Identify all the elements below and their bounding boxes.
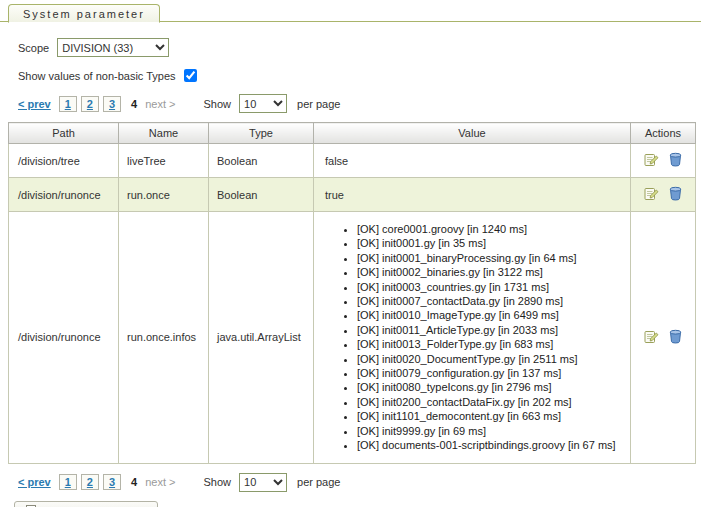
show-label: Show (204, 476, 232, 488)
page-button-1[interactable]: 1 (59, 96, 77, 112)
value-list-item: [OK] init0002_binaries.gy [in 3122 ms] (357, 265, 622, 279)
show-label: Show (204, 98, 232, 110)
per-page-label: per page (297, 476, 340, 488)
cell-type: Boolean (209, 144, 314, 178)
cell-actions (631, 144, 696, 178)
header-name: Name (119, 123, 209, 144)
table-row: /division/runonce run.once Boolean true (9, 178, 696, 212)
value-list-item: [OK] init0013_FolderType.gy [in 683 ms] (357, 337, 622, 351)
pagination-top: < prev 1 2 3 4 next > Show 10 per page (18, 94, 701, 113)
cell-name: run.once.infos (119, 212, 209, 464)
delete-icon[interactable] (669, 329, 682, 346)
value-list-item: [OK] init0003_countries.gy [in 1731 ms] (357, 280, 622, 294)
page-button-2[interactable]: 2 (81, 474, 99, 490)
value-list-item: [OK] init0010_ImageType.gy [in 6499 ms] (357, 308, 622, 322)
value-list-item: [OK] init0080_typeIcons.gy [in 2796 ms] (357, 380, 622, 394)
tab-label: System parameter (23, 8, 145, 20)
nonbasic-row: Show values of non-basic Types (18, 69, 701, 82)
next-page-link-disabled: next > (145, 98, 175, 110)
page-size-select[interactable]: 10 (239, 94, 287, 113)
value-list-item: [OK] init0079_configuration.gy [in 137 m… (357, 366, 622, 380)
value-list-item: [OK] init1101_democontent.gy [in 663 ms] (357, 409, 622, 423)
value-list-item: [OK] init0011_ArticleType.gy [in 2033 ms… (357, 323, 622, 337)
prev-page-link[interactable]: < prev (18, 476, 51, 488)
prev-page-link[interactable]: < prev (18, 98, 51, 110)
nonbasic-checkbox[interactable] (184, 69, 197, 82)
pagination-bottom: < prev 1 2 3 4 next > Show 10 per page (18, 473, 701, 492)
tab-system-parameter[interactable]: System parameter (8, 4, 160, 23)
create-new-entry-button[interactable]: Create new entry (14, 501, 158, 507)
table-row: /division/tree liveTree Boolean false (9, 144, 696, 178)
scope-select[interactable]: DIVISION (33) (57, 38, 169, 57)
next-page-link-disabled: next > (145, 476, 175, 488)
value-list-item: [OK] init0001_binaryProcessing.gy [in 64… (357, 251, 622, 265)
header-path: Path (9, 123, 119, 144)
cell-type: java.util.ArrayList (209, 212, 314, 464)
value-list-item: [OK] init0007_contactData.gy [in 2890 ms… (357, 294, 622, 308)
cell-actions (631, 212, 696, 464)
tab-bar: System parameter (0, 0, 701, 22)
cell-path: /division/tree (9, 144, 119, 178)
page-button-3[interactable]: 3 (103, 474, 121, 490)
cell-type: Boolean (209, 178, 314, 212)
footer-row: Create new entry (14, 501, 701, 507)
header-actions: Actions (631, 123, 696, 144)
parameters-table: Path Name Type Value Actions /division/t… (8, 122, 696, 464)
value-list-item: [OK] init0200_contactDataFix.gy [in 202 … (357, 395, 622, 409)
edit-icon[interactable] (644, 186, 659, 203)
cell-value-list: [OK] core0001.groovy [in 1240 ms][OK] in… (314, 212, 631, 464)
table-header-row: Path Name Type Value Actions (9, 123, 696, 144)
header-type: Type (209, 123, 314, 144)
cell-actions (631, 178, 696, 212)
page-button-3[interactable]: 3 (103, 96, 121, 112)
edit-icon[interactable] (644, 152, 659, 169)
cell-value: false (314, 144, 631, 178)
value-list-item: [OK] init9999.gy [in 69 ms] (357, 424, 622, 438)
page-button-2[interactable]: 2 (81, 96, 99, 112)
edit-icon[interactable] (644, 329, 659, 346)
current-page-indicator: 4 (131, 98, 137, 110)
value-list-item: [OK] documents-001-scriptbindings.groovy… (357, 438, 622, 452)
cell-value: true (314, 178, 631, 212)
value-list-item: [OK] core0001.groovy [in 1240 ms] (357, 222, 622, 236)
delete-icon[interactable] (669, 152, 682, 169)
delete-icon[interactable] (669, 186, 682, 203)
table-row: /division/runonce run.once.infos java.ut… (9, 212, 696, 464)
value-list-item: [OK] init0001.gy [in 35 ms] (357, 236, 622, 250)
cell-path: /division/runonce (9, 178, 119, 212)
value-list: [OK] core0001.groovy [in 1240 ms][OK] in… (325, 222, 622, 453)
cell-path: /division/runonce (9, 212, 119, 464)
cell-name: run.once (119, 178, 209, 212)
nonbasic-label: Show values of non-basic Types (18, 70, 176, 82)
header-value: Value (314, 123, 631, 144)
scope-label: Scope (18, 42, 49, 54)
page-button-1[interactable]: 1 (59, 474, 77, 490)
value-list-item: [OK] init0020_DocumentType.gy [in 2511 m… (357, 352, 622, 366)
scope-row: Scope DIVISION (33) (18, 38, 701, 57)
current-page-indicator: 4 (131, 476, 137, 488)
per-page-label: per page (297, 98, 340, 110)
cell-name: liveTree (119, 144, 209, 178)
page-size-select[interactable]: 10 (239, 473, 287, 492)
